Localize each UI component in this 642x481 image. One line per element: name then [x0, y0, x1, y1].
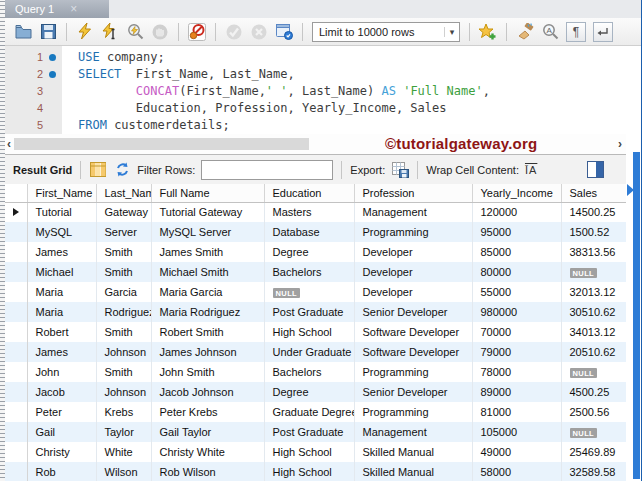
- row-marker-cell[interactable]: [5, 462, 27, 481]
- column-header[interactable]: Sales: [561, 184, 626, 202]
- table-cell[interactable]: Rob: [27, 462, 96, 481]
- table-row[interactable]: RobWilsonRob WilsonHigh SchoolSkilled Ma…: [5, 462, 626, 481]
- filter-rows-input[interactable]: [201, 160, 333, 180]
- new-snippet-icon[interactable]: [479, 23, 497, 41]
- save-icon[interactable]: [39, 23, 57, 41]
- table-cell[interactable]: Christy: [27, 442, 96, 462]
- table-cell[interactable]: 120000: [472, 202, 561, 222]
- table-cell[interactable]: Maria Rodriguez: [151, 302, 264, 322]
- table-cell[interactable]: NULL: [561, 422, 626, 442]
- table-cell[interactable]: Post Graduate: [264, 422, 354, 442]
- table-cell[interactable]: 32589.58: [561, 462, 626, 481]
- table-cell[interactable]: Senior Developer: [354, 382, 472, 402]
- table-cell[interactable]: Database: [264, 222, 354, 242]
- row-marker-cell[interactable]: [5, 242, 27, 262]
- table-cell[interactable]: Skilled Manual: [354, 442, 472, 462]
- beautify-icon[interactable]: [516, 23, 534, 41]
- table-cell[interactable]: Graduate Degree: [264, 402, 354, 422]
- table-cell[interactable]: Smith: [96, 322, 151, 342]
- table-cell[interactable]: Senior Developer: [354, 302, 472, 322]
- code-line[interactable]: 5FROM customerdetails;: [5, 117, 641, 134]
- table-cell[interactable]: NULL: [561, 362, 626, 382]
- table-cell[interactable]: 34013.12: [561, 322, 626, 342]
- table-cell[interactable]: 70000: [472, 322, 561, 342]
- table-cell[interactable]: James: [27, 242, 96, 262]
- table-cell[interactable]: Bachelors: [264, 362, 354, 382]
- table-cell[interactable]: 25469.89: [561, 442, 626, 462]
- table-cell[interactable]: 38313.56: [561, 242, 626, 262]
- table-cell[interactable]: 49000: [472, 442, 561, 462]
- table-cell[interactable]: 58000: [472, 462, 561, 481]
- table-cell[interactable]: White: [96, 442, 151, 462]
- table-row[interactable]: GailTaylorGail TaylorPost GraduateManage…: [5, 422, 626, 442]
- table-cell[interactable]: Programming: [354, 402, 472, 422]
- row-marker-cell[interactable]: [5, 342, 27, 362]
- table-row[interactable]: JamesSmithJames SmithDegreeDeveloper8500…: [5, 242, 626, 262]
- table-cell[interactable]: 32013.12: [561, 282, 626, 302]
- row-marker-cell[interactable]: [5, 322, 27, 342]
- table-cell[interactable]: NULL: [561, 262, 626, 282]
- table-cell[interactable]: 55000: [472, 282, 561, 302]
- table-row[interactable]: JamesJohnsonJames JohnsonUnder GraduateS…: [5, 342, 626, 362]
- wrap-cell-icon[interactable]: ĪA: [525, 164, 537, 176]
- table-row[interactable]: TutorialGatewayTutorial GatewayMastersMa…: [5, 202, 626, 222]
- table-cell[interactable]: Peter Krebs: [151, 402, 264, 422]
- table-row[interactable]: MariaRodriguezMaria RodriguezPost Gradua…: [5, 302, 626, 322]
- table-cell[interactable]: Johnson: [96, 342, 151, 362]
- table-cell[interactable]: Skilled Manual: [354, 462, 472, 481]
- export-icon[interactable]: [391, 161, 409, 179]
- table-cell[interactable]: Under Graduate: [264, 342, 354, 362]
- table-cell[interactable]: 20510.62: [561, 342, 626, 362]
- table-cell[interactable]: High School: [264, 322, 354, 342]
- table-row[interactable]: RobertSmithRobert SmithHigh SchoolSoftwa…: [5, 322, 626, 342]
- table-cell[interactable]: Programming: [354, 222, 472, 242]
- table-cell[interactable]: Michael: [27, 262, 96, 282]
- execute-icon[interactable]: [76, 23, 94, 41]
- sql-editor[interactable]: 1USE company;2SELECT First_Name, Last_Na…: [5, 46, 641, 134]
- table-cell[interactable]: Jacob: [27, 382, 96, 402]
- table-cell[interactable]: Rob Wilson: [151, 462, 264, 481]
- table-cell[interactable]: 30510.62: [561, 302, 626, 322]
- code-line[interactable]: 2SELECT First_Name, Last_Name,: [5, 66, 641, 83]
- open-file-icon[interactable]: [14, 23, 32, 41]
- table-cell[interactable]: Programming: [354, 362, 472, 382]
- limit-rows-dropdown[interactable]: Limit to 10000 rows ▾: [312, 22, 460, 42]
- row-marker-cell[interactable]: [5, 202, 27, 222]
- table-cell[interactable]: Rodriguez: [96, 302, 151, 322]
- column-header[interactable]: Full Name: [151, 184, 264, 202]
- stop-on-error-icon[interactable]: [188, 23, 206, 41]
- table-cell[interactable]: NULL: [264, 282, 354, 302]
- row-marker-cell[interactable]: [5, 262, 27, 282]
- vscrollbar-thumb[interactable]: [633, 152, 640, 479]
- table-row[interactable]: PeterKrebsPeter KrebsGraduate DegreeProg…: [5, 402, 626, 422]
- table-cell[interactable]: Post Graduate: [264, 302, 354, 322]
- table-cell[interactable]: 81000: [472, 402, 561, 422]
- table-row[interactable]: JacobJohnsonJacob JohnsonDegreeSenior De…: [5, 382, 626, 402]
- code-line[interactable]: 3 CONCAT(First_Name,' ', Last_Name) AS '…: [5, 83, 641, 100]
- table-cell[interactable]: Server: [96, 222, 151, 242]
- scroll-right-icon[interactable]: ›: [618, 137, 622, 151]
- refresh-icon[interactable]: [113, 161, 131, 179]
- table-cell[interactable]: Management: [354, 422, 472, 442]
- table-cell[interactable]: High School: [264, 442, 354, 462]
- table-cell[interactable]: Garcia: [96, 282, 151, 302]
- table-cell[interactable]: Gail Taylor: [151, 422, 264, 442]
- scroll-left-icon[interactable]: ‹: [7, 137, 11, 151]
- table-cell[interactable]: Developer: [354, 262, 472, 282]
- table-cell[interactable]: Smith: [96, 362, 151, 382]
- result-grid-icon[interactable]: [89, 161, 107, 179]
- find-icon[interactable]: A: [541, 23, 559, 41]
- hscrollbar-thumb[interactable]: [14, 138, 309, 150]
- table-cell[interactable]: Degree: [264, 382, 354, 402]
- table-row[interactable]: MichaelSmithMichael SmithBachelorsDevelo…: [5, 262, 626, 282]
- table-cell[interactable]: Johnson: [96, 382, 151, 402]
- table-row[interactable]: JohnSmithJohn SmithBachelorsProgramming7…: [5, 362, 626, 382]
- table-cell[interactable]: 95000: [472, 222, 561, 242]
- row-marker-cell[interactable]: [5, 222, 27, 242]
- table-cell[interactable]: 2500.56: [561, 402, 626, 422]
- column-header[interactable]: Education: [264, 184, 354, 202]
- wrap-text-icon[interactable]: [593, 22, 613, 42]
- row-marker-cell[interactable]: [5, 302, 27, 322]
- table-cell[interactable]: Masters: [264, 202, 354, 222]
- table-cell[interactable]: Michael Smith: [151, 262, 264, 282]
